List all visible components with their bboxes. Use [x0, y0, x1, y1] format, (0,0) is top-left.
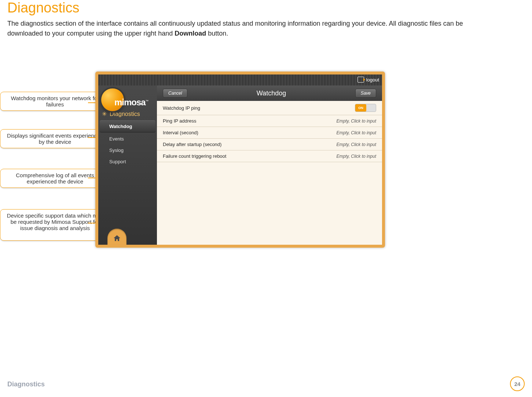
- app-content: Cancel Watchdog Save Watchdog IP ping ON…: [157, 85, 382, 245]
- save-button[interactable]: Save: [355, 89, 376, 98]
- row-interval: Interval (second) Empty, Click to input: [157, 127, 382, 139]
- cancel-button[interactable]: Cancel: [163, 89, 187, 98]
- row-label: Interval (second): [163, 130, 198, 135]
- row-failure-count: Failure count triggering reboot Empty, C…: [157, 150, 382, 162]
- callout-syslog: Comprehensive log of all events experien…: [0, 169, 110, 188]
- watchdog-ip-ping-toggle[interactable]: ON: [355, 104, 376, 112]
- row-label: Failure count triggering reboot: [163, 153, 226, 159]
- row-label: Watchdog IP ping: [163, 105, 200, 111]
- sidebar-section-label: Diagnostics: [110, 111, 140, 117]
- sidebar-item-syslog[interactable]: Syslog: [98, 145, 157, 156]
- app-sidebar: mimosa™ ✳ Diagnostics Watchdog Events Sy…: [98, 85, 157, 245]
- home-button[interactable]: [107, 229, 126, 245]
- app-topbar: logout: [98, 74, 382, 85]
- intro-paragraph: The diagnostics section of the interface…: [7, 19, 484, 39]
- diagnostics-icon: ✳: [102, 110, 107, 117]
- footer-section-label: Diagnostics: [7, 380, 45, 388]
- page-number-badge: 24: [510, 376, 525, 391]
- intro-text-after: button.: [206, 30, 228, 37]
- logout-icon: [357, 77, 364, 83]
- interval-input[interactable]: Empty, Click to input: [337, 130, 376, 135]
- brand-logo-text: mimosa™: [114, 97, 148, 108]
- app-screenshot: logout mimosa™ ✳ Diagnostics Watchdog Ev…: [95, 72, 385, 248]
- delay-after-startup-input[interactable]: Empty, Click to input: [337, 142, 376, 147]
- callout-events: Displays significant events experienced …: [0, 129, 110, 148]
- sidebar-item-watchdog[interactable]: Watchdog: [100, 120, 155, 132]
- intro-text-before: The diagnostics section of the interface…: [7, 20, 463, 37]
- callout-watchdog: Watchdog monitors your network for failu…: [0, 92, 110, 111]
- page-title: Diagnostics: [7, 0, 525, 16]
- sidebar-item-events[interactable]: Events: [98, 133, 157, 145]
- callout-support: Device specific support data which may b…: [0, 209, 110, 241]
- row-label: Ping IP address: [163, 118, 197, 124]
- ping-ip-address-input[interactable]: Empty, Click to input: [337, 119, 376, 124]
- sidebar-item-support[interactable]: Support: [98, 156, 157, 167]
- panel-body: Watchdog IP ping ON Ping IP address Empt…: [157, 101, 382, 245]
- logout-label: logout: [366, 77, 379, 83]
- row-watchdog-ip-ping: Watchdog IP ping ON: [157, 101, 382, 115]
- failure-count-input[interactable]: Empty, Click to input: [337, 154, 376, 159]
- row-delay-after-startup: Delay after startup (second) Empty, Clic…: [157, 139, 382, 150]
- row-ping-ip-address: Ping IP address Empty, Click to input: [157, 115, 382, 127]
- row-label: Delay after startup (second): [163, 142, 221, 147]
- brand-name: mimosa: [114, 97, 146, 107]
- logout-button[interactable]: logout: [357, 77, 379, 83]
- panel-title: Watchdog: [257, 90, 286, 97]
- panel-header: Cancel Watchdog Save: [157, 85, 382, 101]
- toggle-on-label: ON: [355, 104, 366, 112]
- intro-bold: Download: [175, 30, 206, 37]
- home-icon: [113, 234, 121, 242]
- brand-tm: ™: [146, 99, 148, 103]
